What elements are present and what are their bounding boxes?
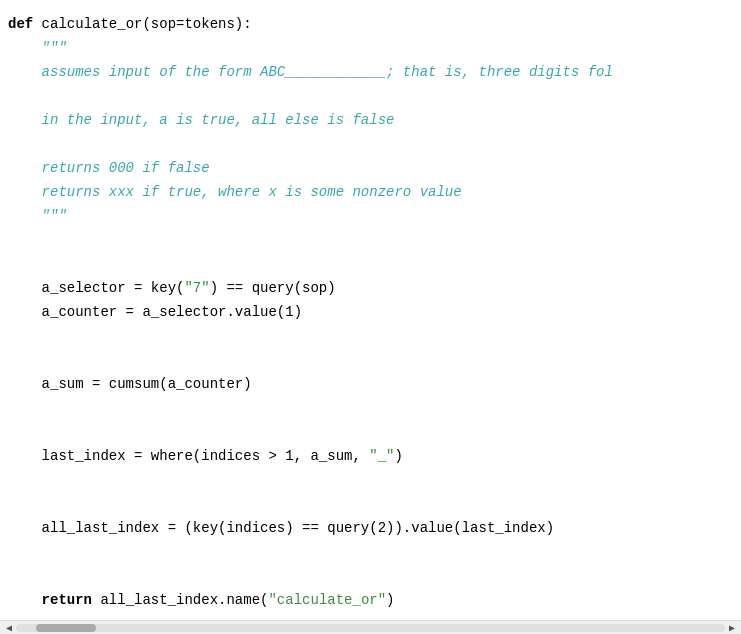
code-line-9: """ [0, 204, 741, 228]
code-line-20 [0, 468, 741, 492]
code-line-15 [0, 348, 741, 372]
code-line-24 [0, 564, 741, 588]
code-area[interactable]: def calculate_or(sop=tokens): """ assume… [0, 0, 741, 620]
code-line-22: all_last_index = (key(indices) == query(… [0, 516, 741, 540]
code-line-10 [0, 228, 741, 252]
code-line-19: last_index = where(indices > 1, a_sum, "… [0, 444, 741, 468]
code-line-4 [0, 84, 741, 108]
code-line-12: a_selector = key("7") == query(sop) [0, 276, 741, 300]
code-line-13: a_counter = a_selector.value(1) [0, 300, 741, 324]
scroll-thumb[interactable] [36, 624, 96, 632]
horizontal-scrollbar[interactable]: ◀ ▶ [0, 620, 741, 634]
code-line-14 [0, 324, 741, 348]
code-line-8: returns xxx if true, where x is some non… [0, 180, 741, 204]
code-line-3: assumes input of the form ABC___________… [0, 60, 741, 84]
code-line-17 [0, 396, 741, 420]
code-line-2: """ [0, 36, 741, 60]
scroll-left-arrow[interactable]: ◀ [2, 621, 16, 635]
code-line-5: in the input, a is true, all else is fal… [0, 108, 741, 132]
scroll-right-arrow[interactable]: ▶ [725, 621, 739, 635]
code-line-18 [0, 420, 741, 444]
code-editor: def calculate_or(sop=tokens): """ assume… [0, 0, 741, 634]
scroll-track[interactable] [16, 624, 725, 632]
code-line-7: returns 000 if false [0, 156, 741, 180]
code-line-11 [0, 252, 741, 276]
code-line-21 [0, 492, 741, 516]
code-line-16: a_sum = cumsum(a_counter) [0, 372, 741, 396]
code-line-23 [0, 540, 741, 564]
code-line-1: def calculate_or(sop=tokens): [0, 12, 741, 36]
code-line-6 [0, 132, 741, 156]
code-line-25: return all_last_index.name("calculate_or… [0, 588, 741, 612]
